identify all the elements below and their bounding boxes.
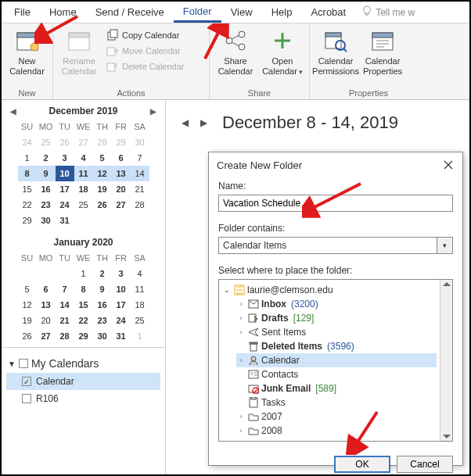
tree-root[interactable]: ⌄ laurie@clemson.edu (222, 283, 437, 297)
calendar-day[interactable]: 29 (74, 328, 93, 344)
calendar-day[interactable]: 23 (93, 313, 112, 328)
calendar-list-item[interactable]: ✓Calendar (6, 373, 160, 390)
calendar-day[interactable]: 9 (93, 281, 112, 297)
cancel-button[interactable]: Cancel (397, 456, 453, 473)
calendar-day[interactable]: 20 (37, 313, 56, 328)
calendar-day[interactable]: 22 (18, 197, 37, 213)
calendar-properties-button[interactable]: Calendar Properties (360, 25, 405, 80)
share-calendar-button[interactable]: Share Calendar (213, 25, 258, 80)
calendar-day[interactable]: 9 (37, 166, 56, 181)
calendar-day[interactable]: 10 (56, 166, 74, 181)
tree-item[interactable]: Tasks (236, 395, 437, 410)
calendar-day[interactable]: 30 (93, 328, 112, 344)
calendar-list-item[interactable]: R106 (6, 390, 160, 407)
calendar-day[interactable]: 27 (112, 197, 131, 213)
prev-week-button[interactable]: ◀ (178, 116, 191, 129)
calendar-day[interactable]: 15 (74, 297, 93, 313)
calendar-day[interactable]: 24 (112, 313, 131, 328)
calendar-day[interactable]: 29 (18, 213, 37, 228)
calendar-day[interactable]: 29 (112, 134, 131, 150)
folder-tree[interactable]: ⌄ laurie@clemson.edu ›Inbox(3200)›Drafts… (219, 280, 440, 441)
tree-item[interactable]: ›Calendar (236, 353, 437, 367)
calendar-day[interactable]: 2 (93, 266, 112, 281)
my-calendars-checkbox[interactable] (19, 359, 28, 368)
calendar-day[interactable]: 15 (18, 181, 37, 197)
tab-sendreceive[interactable]: Send / Receive (86, 2, 174, 23)
calendar-day[interactable]: 8 (74, 281, 93, 297)
tab-file[interactable]: File (5, 2, 40, 23)
calendar-day[interactable]: 12 (93, 166, 112, 181)
calendar-day[interactable]: 31 (112, 328, 131, 344)
calendar-day[interactable]: 10 (112, 281, 131, 297)
tree-item[interactable]: ›2007 (236, 410, 437, 424)
new-calendar-button[interactable]: New Calendar (5, 25, 49, 80)
expand-icon[interactable]: › (236, 314, 246, 322)
calendar-day[interactable]: 21 (131, 181, 149, 197)
collapse-icon[interactable]: ⌄ (222, 286, 232, 294)
calendar-day[interactable]: 17 (112, 297, 131, 313)
tree-item[interactable]: Deleted Items(3596) (236, 339, 437, 353)
next-week-button[interactable]: ▶ (197, 116, 210, 129)
calendar-day[interactable]: 4 (131, 266, 149, 281)
next-month-button[interactable]: ▶ (148, 106, 159, 116)
calendar-day[interactable]: 21 (56, 313, 74, 328)
calendar-day[interactable]: 3 (112, 266, 131, 281)
calendar-day[interactable]: 4 (74, 150, 93, 166)
tab-help[interactable]: Help (262, 2, 302, 23)
close-button[interactable] (442, 159, 455, 171)
calendar-day[interactable]: 7 (56, 281, 74, 297)
calendar-day[interactable]: 27 (74, 134, 93, 150)
calendar-day[interactable]: 25 (74, 197, 93, 213)
calendar-day[interactable]: 24 (56, 197, 74, 213)
calendar-day[interactable]: 25 (131, 313, 149, 328)
calendar-day[interactable]: 31 (56, 213, 74, 228)
calendar-day[interactable]: 25 (37, 134, 56, 150)
calendar-day[interactable]: 16 (37, 181, 56, 197)
calendar-day[interactable]: 26 (56, 134, 74, 150)
calendar-day[interactable]: 18 (74, 181, 93, 197)
expand-icon[interactable]: › (236, 356, 246, 364)
calendar-day[interactable]: 6 (112, 150, 131, 166)
tree-item[interactable]: ›2008 (236, 424, 437, 438)
copy-calendar-button[interactable]: Copy Calendar (103, 28, 188, 42)
calendar-day[interactable]: 1 (18, 150, 37, 166)
calendar-day[interactable]: 6 (37, 281, 56, 297)
calendar-day[interactable]: 28 (93, 134, 112, 150)
calendar-day[interactable]: 28 (56, 328, 74, 344)
tree-item[interactable]: Contacts (236, 367, 437, 381)
expand-icon[interactable]: › (236, 427, 246, 435)
expand-icon[interactable]: › (236, 328, 246, 336)
tree-item[interactable]: ›Inbox(3200) (236, 297, 437, 311)
calendar-day[interactable]: 19 (93, 181, 112, 197)
calendar-day[interactable]: 3 (56, 150, 74, 166)
calendar-day[interactable]: 26 (18, 328, 37, 344)
tree-item[interactable]: Junk Email[589] (236, 381, 437, 395)
calendar-day[interactable]: 20 (112, 181, 131, 197)
calendar-day[interactable]: 8 (18, 166, 37, 181)
calendar-day[interactable]: 14 (56, 297, 74, 313)
calendar-day[interactable]: 19 (18, 313, 37, 328)
calendar-day[interactable]: 28 (131, 197, 149, 213)
folder-contains-select[interactable]: Calendar Items (218, 237, 437, 254)
open-calendar-button[interactable]: Open Calendar▾ (260, 25, 305, 80)
calendar-day[interactable]: 30 (131, 134, 149, 150)
calendar-day[interactable]: 12 (18, 297, 37, 313)
prev-month-button[interactable]: ◀ (8, 106, 19, 116)
calendar-day[interactable]: 16 (93, 297, 112, 313)
calendar-day[interactable]: 22 (74, 313, 93, 328)
calendar-checkbox[interactable] (22, 394, 31, 403)
calendar-day[interactable]: 13 (37, 297, 56, 313)
calendar-permissions-button[interactable]: Calendar Permissions (313, 25, 358, 80)
calendar-day[interactable]: 7 (131, 150, 149, 166)
tree-scrollbar[interactable] (440, 280, 452, 441)
calendar-day[interactable]: 24 (18, 134, 37, 150)
calendar-day[interactable]: 11 (131, 281, 149, 297)
calendar-day[interactable]: 18 (131, 297, 149, 313)
tree-item[interactable]: ›Drafts[129] (236, 311, 437, 325)
tab-folder[interactable]: Folder (174, 2, 221, 23)
calendar-day[interactable]: 13 (112, 166, 131, 181)
tab-home[interactable]: Home (40, 2, 86, 23)
calendar-day[interactable]: 27 (37, 328, 56, 344)
expand-icon[interactable]: › (236, 413, 246, 421)
calendar-day[interactable]: 5 (18, 281, 37, 297)
